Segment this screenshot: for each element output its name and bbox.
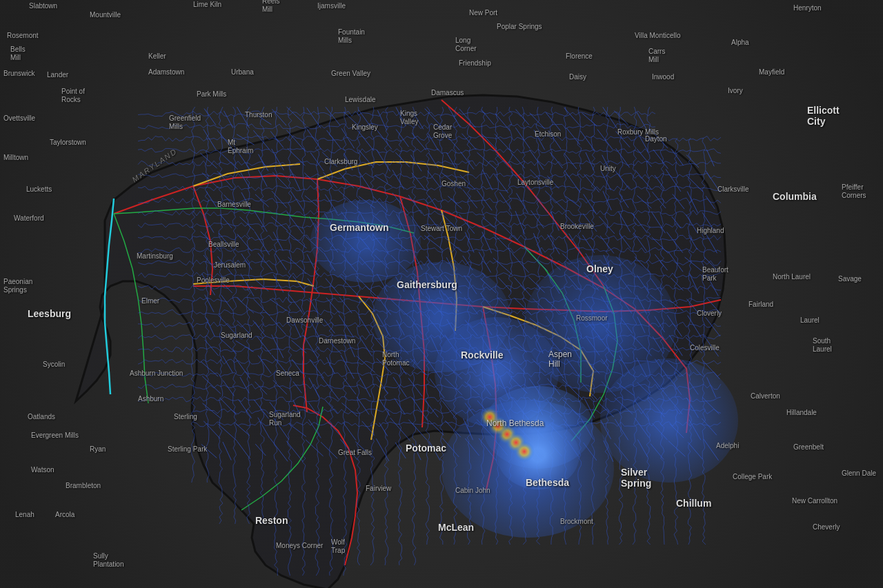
map-container[interactable]: [0, 0, 883, 588]
map-canvas: [0, 0, 883, 588]
